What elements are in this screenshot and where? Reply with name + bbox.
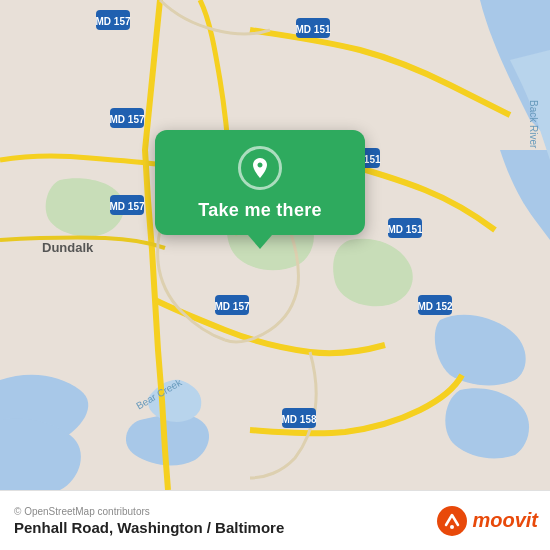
map-container: MD 157 MD 151 MD 157 MD 151 MD 157 MD 15… <box>0 0 550 490</box>
location-name: Penhall Road, Washington / Baltimore <box>14 519 284 536</box>
svg-text:MD 152: MD 152 <box>417 301 452 312</box>
popup-card: Take me there <box>155 130 365 235</box>
location-pin-icon <box>248 156 272 180</box>
svg-text:MD 157: MD 157 <box>109 114 144 125</box>
svg-text:Back River: Back River <box>528 100 539 149</box>
location-icon-circle <box>238 146 282 190</box>
svg-text:MD 151: MD 151 <box>295 24 330 35</box>
take-me-there-button[interactable]: Take me there <box>198 200 322 221</box>
svg-text:Dundalk: Dundalk <box>42 240 94 255</box>
bottom-bar: © OpenStreetMap contributors Penhall Roa… <box>0 490 550 550</box>
moovit-brand-text: moovit <box>472 509 538 532</box>
svg-point-23 <box>450 525 454 529</box>
moovit-logo: moovit <box>436 505 538 537</box>
svg-text:MD 157: MD 157 <box>109 201 144 212</box>
svg-point-22 <box>437 506 467 536</box>
svg-text:MD 158: MD 158 <box>281 414 316 425</box>
svg-text:MD 157: MD 157 <box>95 16 130 27</box>
bottom-left-info: © OpenStreetMap contributors Penhall Roa… <box>14 506 284 536</box>
map-background: MD 157 MD 151 MD 157 MD 151 MD 157 MD 15… <box>0 0 550 490</box>
moovit-brand-icon <box>436 505 468 537</box>
svg-text:MD 151: MD 151 <box>387 224 422 235</box>
svg-text:MD 157: MD 157 <box>214 301 249 312</box>
osm-attribution: © OpenStreetMap contributors <box>14 506 284 517</box>
